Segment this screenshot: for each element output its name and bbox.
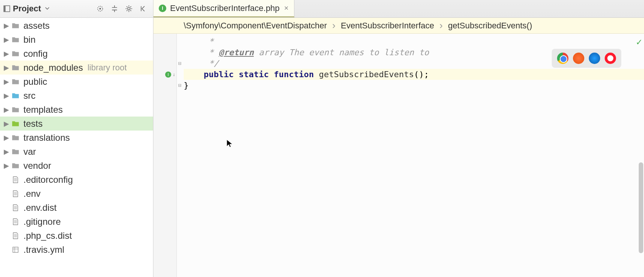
project-dropdown-arrow-icon[interactable] (45, 5, 50, 12)
tree-item-translations[interactable]: ▶ translations (0, 131, 153, 145)
tree-item-env-dist[interactable]: ▶ .env.dist (0, 201, 153, 215)
implements-icon[interactable]: I (165, 72, 171, 78)
file-icon (11, 245, 20, 255)
tree-item-vendor[interactable]: ▶ vendor (0, 159, 153, 173)
folder-icon (11, 21, 20, 31)
ide-root: Project ▶ assets (0, 0, 644, 277)
code-fn-name: getSubscribedEvents (319, 70, 414, 79)
expand-arrow-icon[interactable]: ▶ (2, 78, 11, 86)
folder-icon (11, 77, 20, 87)
folder-icon (11, 35, 20, 45)
inspection-ok-icon[interactable]: ✓ (636, 37, 642, 47)
collapse-all-icon[interactable] (108, 2, 121, 16)
code-keyword: public (204, 70, 234, 79)
tree-label-extra: library root (87, 63, 127, 73)
expand-arrow-icon[interactable]: ▶ (2, 36, 11, 44)
expand-arrow-icon[interactable]: ▶ (2, 120, 11, 128)
folder-icon (11, 161, 20, 171)
editor-gutter[interactable]: I↓ (153, 34, 177, 277)
tree-label: src (23, 90, 36, 101)
tree-label: assets (23, 20, 50, 31)
fold-end-icon[interactable]: ⊟ (178, 61, 181, 66)
chevron-right-icon: › (332, 20, 336, 31)
folder-icon (11, 105, 20, 115)
code-keyword: function (274, 70, 314, 79)
vertical-scrollbar[interactable] (638, 34, 644, 277)
tree-label: vendor (23, 160, 51, 171)
breadcrumb[interactable]: \Symfony\Component\EventDispatcher › Eve… (153, 18, 644, 34)
code-text-area[interactable]: * * @return array The event names to lis… (182, 34, 644, 277)
svg-rect-5 (13, 247, 18, 252)
svg-point-4 (128, 8, 130, 10)
tree-item-tests[interactable]: ▶ tests (0, 117, 153, 131)
tree-item-gitignore[interactable]: ▶ .gitignore (0, 215, 153, 229)
folder-icon (11, 133, 20, 143)
breadcrumb-class[interactable]: EventSubscriberInterface (341, 21, 434, 31)
tree-label: .editorconfig (23, 174, 73, 185)
svg-rect-1 (4, 6, 6, 12)
settings-gear-icon[interactable] (122, 2, 136, 16)
project-tree[interactable]: ▶ assets ▶ bin ▶ config ▶ node_modules l… (0, 18, 153, 277)
chevron-right-icon: › (440, 20, 443, 31)
project-toolbar: Project (0, 0, 153, 18)
expand-arrow-icon[interactable]: ▶ (2, 162, 11, 170)
file-icon (11, 189, 20, 199)
folder-icon (11, 63, 20, 73)
locate-icon[interactable] (93, 2, 107, 16)
project-sidebar: Project ▶ assets (0, 0, 153, 277)
scrollbar-thumb[interactable] (639, 162, 643, 253)
expand-arrow-icon[interactable]: ▶ (2, 148, 11, 156)
tree-item-var[interactable]: ▶ var (0, 145, 153, 159)
tree-item-src[interactable]: ▶ src (0, 89, 153, 103)
expand-arrow-icon[interactable]: ▶ (2, 134, 11, 142)
tree-label: .gitignore (23, 216, 61, 227)
folder-icon (11, 49, 20, 59)
expand-arrow-icon[interactable]: ▶ (2, 50, 11, 58)
expand-arrow-icon[interactable]: ▶ (2, 92, 11, 100)
fold-end-icon[interactable]: ⊟ (178, 83, 181, 88)
editor-tabs: I EventSubscriberInterface.php × (153, 0, 644, 18)
breadcrumb-namespace[interactable]: \Symfony\Component\EventDispatcher (184, 21, 327, 31)
fold-gutter[interactable]: ⊟ ⊟ (177, 34, 182, 277)
code-comment: array The event names to listen to (254, 48, 429, 57)
tree-label: translations (23, 132, 70, 143)
tree-item-travis[interactable]: ▶ .travis.yml (0, 243, 153, 257)
safari-icon[interactable] (589, 53, 600, 64)
expand-arrow-icon[interactable]: ▶ (2, 106, 11, 114)
editor-tab-active[interactable]: I EventSubscriberInterface.php × (153, 0, 294, 17)
tab-label: EventSubscriberInterface.php (170, 3, 280, 13)
expand-arrow-icon[interactable]: ▶ (2, 64, 11, 72)
file-icon (11, 217, 20, 227)
close-icon[interactable]: × (284, 4, 289, 12)
chrome-icon[interactable] (557, 53, 568, 64)
tree-item-node-modules[interactable]: ▶ node_modules library root (0, 61, 153, 75)
opera-icon[interactable] (605, 53, 616, 64)
tree-label: public (23, 76, 47, 87)
tree-item-config[interactable]: ▶ config (0, 47, 153, 61)
tree-item-public[interactable]: ▶ public (0, 75, 153, 89)
firefox-icon[interactable] (573, 53, 584, 64)
code-doctag: @return (219, 48, 254, 57)
project-title[interactable]: Project (13, 4, 41, 14)
tree-item-bin[interactable]: ▶ bin (0, 33, 153, 47)
hide-panel-icon[interactable] (136, 2, 150, 16)
tree-item-phpcs[interactable]: ▶ .php_cs.dist (0, 229, 153, 243)
tree-item-env[interactable]: ▶ .env (0, 187, 153, 201)
tree-item-assets[interactable]: ▶ assets (0, 19, 153, 33)
code-indent (184, 70, 204, 79)
tree-item-templates[interactable]: ▶ templates (0, 103, 153, 117)
code-comment: */ (184, 59, 219, 68)
project-view-icon (3, 5, 11, 12)
folder-icon (11, 147, 20, 157)
folder-icon (11, 119, 20, 129)
tree-label: templates (23, 104, 63, 115)
tree-item-editorconfig[interactable]: ▶ .editorconfig (0, 173, 153, 187)
tree-label: .travis.yml (23, 244, 64, 255)
breadcrumb-method[interactable]: getSubscribedEvents() (448, 21, 532, 31)
folder-icon (11, 91, 20, 101)
code-keyword: static (239, 70, 269, 79)
code-editor[interactable]: ✓ I↓ ⊟ ⊟ * * @return array The event nam… (153, 34, 644, 277)
expand-arrow-icon[interactable]: ▶ (2, 22, 11, 30)
tree-label: var (23, 146, 36, 157)
file-icon (11, 231, 20, 241)
